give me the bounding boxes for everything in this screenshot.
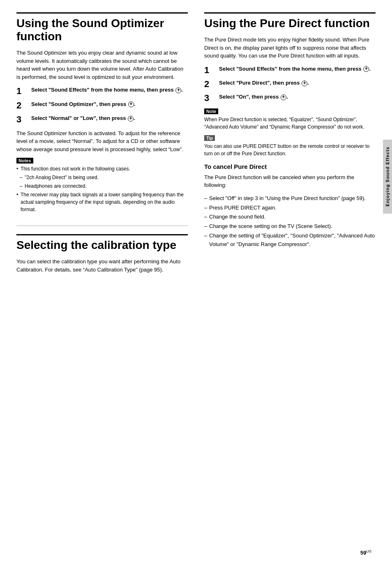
note-content: When Pure Direct function is selected, “… <box>204 116 376 131</box>
plus-circle-icon: + <box>175 87 181 93</box>
notes-label: Notes <box>16 158 33 163</box>
step-1: 1 Select "Sound Effects" from the home m… <box>16 86 188 97</box>
right-column: Using the Pure Direct function The Pure … <box>204 12 376 279</box>
step-2: 2 Select "Sound Optimizer", then press +… <box>16 100 188 111</box>
cancel-section: To cancel Pure Direct The Pure Direct fu… <box>204 163 376 249</box>
cancel-title: To cancel Pure Direct <box>204 163 376 170</box>
cancel-item-5: Change the setting of "Equalizer", "Soun… <box>204 232 376 249</box>
page-num-value: 59 <box>360 550 366 556</box>
step-3-num: 3 <box>16 114 29 125</box>
sound-optimizer-intro: The Sound Optimizer lets you enjoy clear… <box>16 49 188 81</box>
step-2-num: 2 <box>16 100 29 111</box>
cancel-item-1: Select "Off" in step 3 in "Using the Pur… <box>204 194 376 203</box>
pd-step-1-text: Select "Sound Effects" from the home men… <box>219 65 371 73</box>
divider <box>16 226 188 226</box>
tip-label: Tip <box>204 135 215 141</box>
pd-step-2: 2 Select "Pure Direct", then press +. <box>204 79 376 90</box>
note-sub-1: "2ch Analog Direct" is being used. <box>16 174 188 181</box>
cancel-item-2: Press PURE DIRECT again. <box>204 204 376 212</box>
plus-circle-icon-3: + <box>128 116 134 122</box>
pd-step-3-num: 3 <box>204 93 217 104</box>
activation-text: The Sound Optimizer function is activate… <box>16 129 188 154</box>
tip-content: You can also use PURE DIRECT button on t… <box>204 143 376 157</box>
pd-step-2-text: Select "Pure Direct", then press +. <box>219 79 309 87</box>
cancel-item-3: Change the sound field. <box>204 213 376 221</box>
cancel-intro: The Pure Direct function will be cancele… <box>204 173 376 189</box>
pd-step-2-num: 2 <box>204 79 217 90</box>
page-suffix: US <box>366 549 371 553</box>
note-item-1: This function does not work in the follo… <box>16 165 188 173</box>
notes-content: This function does not work in the follo… <box>16 165 188 213</box>
pd-step-1-num: 1 <box>204 65 217 76</box>
step-1-num: 1 <box>16 86 29 97</box>
pure-direct-section: Using the Pure Direct function The Pure … <box>204 12 376 249</box>
left-column: Using the Sound Optimizer function The S… <box>16 12 188 279</box>
cancel-list: Select "Off" in step 3 in "Using the Pur… <box>204 194 376 249</box>
sidebar-tab: Enjoying Sound Effects <box>383 140 392 214</box>
tip-box: Tip You can also use PURE DIRECT button … <box>204 135 376 157</box>
pd-plus-circle-3: + <box>281 94 286 100</box>
pd-plus-circle-1: + <box>363 66 369 72</box>
notes-box: Notes This function does not work in the… <box>16 157 188 213</box>
calibration-section: Selecting the calibration type You can s… <box>16 226 188 274</box>
pd-step-3: 3 Select "On", then press +. <box>204 93 376 104</box>
pd-plus-circle-2: + <box>302 81 307 86</box>
sound-optimizer-title: Using the Sound Optimizer function <box>16 12 188 43</box>
page-number: 59US <box>360 549 371 556</box>
pure-direct-intro: The Pure Direct mode lets you enjoy high… <box>204 36 376 60</box>
note-box: Note When Pure Direct function is select… <box>204 108 376 131</box>
pure-direct-steps: 1 Select "Sound Effects" from the home m… <box>204 65 376 104</box>
step-3: 3 Select "Normal" or "Low", then press +… <box>16 114 188 125</box>
sound-optimizer-section: Using the Sound Optimizer function The S… <box>16 12 188 213</box>
step-3-text: Select "Normal" or "Low", then press +. <box>31 114 135 122</box>
cancel-item-4: Change the scene setting on the TV (Scen… <box>204 222 376 231</box>
note-item-2: The receiver may play back signals at a … <box>16 191 188 213</box>
sidebar-label: Enjoying Sound Effects <box>385 147 390 206</box>
calibration-body: You can select the calibration type you … <box>16 258 188 274</box>
pure-direct-title: Using the Pure Direct function <box>204 12 376 30</box>
note-sub-2: Headphones are connected. <box>16 182 188 190</box>
pd-step-3-text: Select "On", then press +. <box>219 93 288 101</box>
sound-optimizer-steps: 1 Select "Sound Effects" from the home m… <box>16 86 188 125</box>
pd-step-1: 1 Select "Sound Effects" from the home m… <box>204 65 376 76</box>
note-label: Note <box>204 108 218 114</box>
step-2-text: Select "Sound Optimizer", then press +. <box>31 100 135 108</box>
step-1-text: Select "Sound Effects" from the home men… <box>31 86 183 94</box>
calibration-title: Selecting the calibration type <box>16 234 188 252</box>
page: Using the Sound Optimizer function The S… <box>0 0 392 564</box>
plus-circle-icon-2: + <box>128 101 134 107</box>
